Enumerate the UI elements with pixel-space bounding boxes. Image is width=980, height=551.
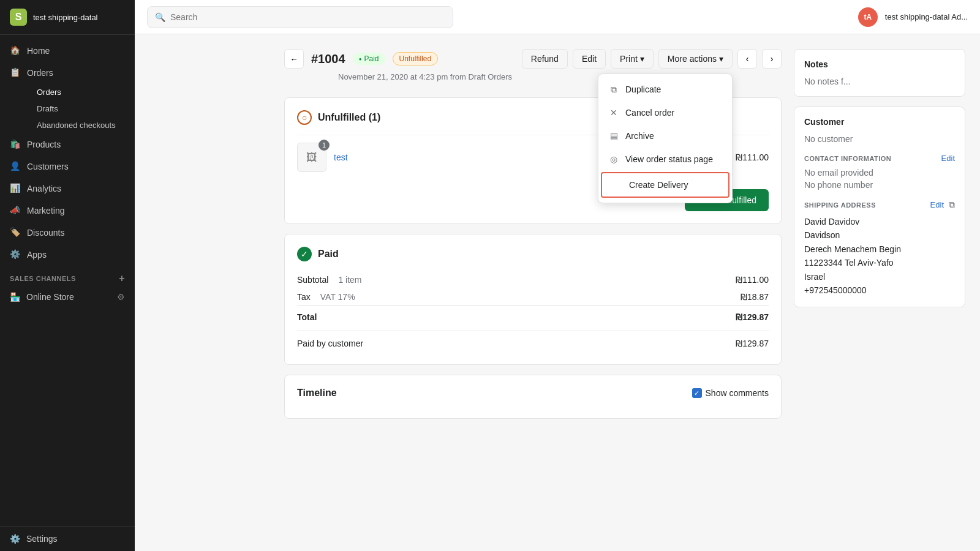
search-input[interactable]	[170, 12, 445, 22]
shipping-address-edit-link[interactable]: Edit	[930, 200, 944, 209]
print-dropdown-icon: ▾	[640, 54, 644, 64]
paid-check-icon: ✓	[297, 247, 312, 261]
shipping-address-header: SHIPPING ADDRESS Edit ⧉	[804, 200, 955, 210]
notes-card: Notes No notes f...	[794, 49, 965, 97]
order-main: ← #1004 Paid Unfulfilled Refund Edit Pri…	[284, 49, 782, 536]
paid-badge: Paid	[353, 53, 385, 65]
apps-icon: ⚙️	[10, 249, 21, 260]
sidebar-item-orders-drafts[interactable]: Drafts	[27, 100, 135, 117]
product-image-icon: 🖼	[306, 151, 317, 164]
order-sidebar: Notes No notes f... Customer No customer…	[794, 49, 965, 536]
edit-button[interactable]: Edit	[573, 49, 606, 69]
sidebar-item-marketing[interactable]: 📣 Marketing	[0, 200, 135, 222]
notes-title: Notes	[804, 59, 955, 69]
payment-row-tax: Tax VAT 17% ₪18.87	[297, 288, 769, 305]
payment-row-total: Total ₪129.87	[297, 305, 769, 328]
avatar[interactable]: tA	[858, 7, 878, 27]
product-total: ₪111.00	[736, 152, 769, 162]
more-actions-chevron: ▾	[719, 54, 723, 64]
duplicate-icon: ⧉	[608, 84, 619, 95]
contact-info-edit-link[interactable]: Edit	[941, 154, 955, 163]
shopify-icon: S	[10, 9, 27, 26]
topbar-right: tA test shipping-datal Ad...	[858, 7, 968, 27]
prev-order-button[interactable]: ‹	[737, 49, 757, 69]
sidebar-item-analytics[interactable]: 📊 Analytics	[0, 178, 135, 200]
products-icon: 🛍️	[10, 139, 21, 150]
sidebar-item-settings[interactable]: ⚙️ Settings	[0, 526, 135, 551]
no-email-text: No email provided	[804, 168, 955, 178]
dropdown-item-archive[interactable]: ▤ Archive	[598, 124, 732, 148]
timeline-title: Timeline	[297, 388, 337, 399]
online-store-icon: 🏪	[10, 292, 20, 302]
store-name: test shipping-datal	[33, 13, 98, 22]
sidebar-item-customers[interactable]: 👤 Customers	[0, 156, 135, 178]
show-comments-checkbox[interactable]: ✓	[692, 388, 702, 398]
no-phone-text: No phone number	[804, 180, 955, 190]
more-actions-button[interactable]: More actions ▾	[658, 49, 733, 69]
dropdown-item-duplicate[interactable]: ⧉ Duplicate	[598, 78, 732, 101]
timeline-card: Timeline ✓ Show comments	[284, 375, 782, 419]
unfulfilled-icon: ○	[297, 110, 312, 125]
search-bar[interactable]: 🔍	[147, 6, 453, 28]
topbar-store-name: test shipping-datal Ad...	[885, 12, 968, 21]
product-quantity-badge: 1	[318, 140, 330, 151]
view-status-icon: ◎	[608, 154, 619, 165]
show-comments-toggle[interactable]: ✓ Show comments	[692, 388, 769, 398]
dropdown-item-create-delivery[interactable]: Create Delivery	[601, 172, 729, 198]
unfulfilled-title: Unfulfilled (1)	[318, 112, 380, 123]
sidebar-item-apps[interactable]: ⚙️ Apps	[0, 244, 135, 266]
sidebar-item-home[interactable]: 🏠 Home	[0, 40, 135, 62]
next-order-button[interactable]: ›	[762, 49, 782, 69]
analytics-icon: 📊	[10, 183, 21, 194]
order-header: #1004 Paid Unfulfilled Refund Edit Print…	[311, 49, 782, 69]
sidebar-item-products[interactable]: 🛍️ Products	[0, 133, 135, 156]
sidebar-item-discounts[interactable]: 🏷️ Discounts	[0, 222, 135, 244]
sales-channels-section: SALES CHANNELS +	[0, 266, 135, 287]
contact-info-header: CONTACT INFORMATION Edit	[804, 154, 955, 163]
sidebar-item-online-store[interactable]: 🏪 Online Store ⚙	[0, 287, 135, 307]
dropdown-item-cancel[interactable]: ✕ Cancel order	[598, 101, 732, 124]
payment-row-subtotal: Subtotal 1 item ₪111.00	[297, 271, 769, 288]
more-actions-container: More actions ▾ ⧉ Duplicate ✕	[658, 49, 733, 69]
online-store-settings-icon[interactable]: ⚙	[117, 292, 125, 302]
dropdown-item-view-status[interactable]: ◎ View order status page	[598, 148, 732, 171]
customers-icon: 👤	[10, 161, 21, 172]
add-sales-channel-button[interactable]: +	[119, 273, 125, 284]
timeline-header: Timeline ✓ Show comments	[297, 388, 769, 406]
back-button[interactable]: ←	[284, 49, 304, 69]
unfulfilled-badge: Unfulfilled	[393, 52, 439, 66]
sidebar-navigation: 🏠 Home 📋 Orders Orders Drafts Abandoned …	[0, 35, 135, 526]
payment-row-paid-by-customer: Paid by customer ₪129.87	[297, 331, 769, 352]
search-icon: 🔍	[155, 12, 165, 22]
customer-card: Customer No customer CONTACT INFORMATION…	[794, 107, 965, 307]
shipping-address-text: David Davidov Davidson Derech Menachem B…	[804, 215, 955, 297]
settings-icon: ⚙️	[10, 534, 20, 544]
sidebar-item-orders[interactable]: 📋 Orders	[0, 62, 135, 84]
customer-title: Customer	[804, 117, 955, 127]
orders-icon: 📋	[10, 67, 21, 78]
sidebar: S test shipping-datal 🏠 Home 📋 Orders Or…	[0, 0, 135, 551]
more-actions-dropdown: ⧉ Duplicate ✕ Cancel order ▤ Archive	[598, 73, 733, 203]
product-image: 🖼 1	[297, 143, 326, 172]
topbar: 🔍 tA test shipping-datal Ad...	[135, 0, 980, 34]
no-customer-text: No customer	[804, 134, 853, 144]
print-button[interactable]: Print ▾	[611, 49, 654, 69]
main-content: ← #1004 Paid Unfulfilled Refund Edit Pri…	[270, 34, 980, 551]
orders-submenu: Orders Drafts Abandoned checkouts	[0, 84, 135, 133]
contact-info-section: CONTACT INFORMATION Edit No email provid…	[804, 154, 955, 190]
sidebar-item-orders-orders[interactable]: Orders	[27, 84, 135, 100]
shipping-address-section: SHIPPING ADDRESS Edit ⧉ David Davidov Da…	[804, 200, 955, 297]
sidebar-item-orders-abandoned[interactable]: Abandoned checkouts	[27, 117, 135, 133]
archive-icon: ▤	[608, 130, 619, 141]
refund-button[interactable]: Refund	[522, 49, 568, 69]
sidebar-logo[interactable]: S test shipping-datal	[0, 0, 135, 35]
order-number: #1004	[311, 52, 345, 66]
paid-title: Paid	[318, 249, 339, 260]
discounts-icon: 🏷️	[10, 227, 21, 238]
cancel-icon: ✕	[608, 107, 619, 118]
order-actions: Refund Edit Print ▾ More actions ▾	[522, 49, 782, 69]
notes-text: No notes f...	[804, 77, 850, 86]
copy-address-icon[interactable]: ⧉	[949, 200, 955, 210]
paid-card: ✓ Paid Subtotal 1 item ₪111.00 Tax VAT 1…	[284, 234, 782, 365]
create-delivery-icon	[612, 179, 623, 190]
